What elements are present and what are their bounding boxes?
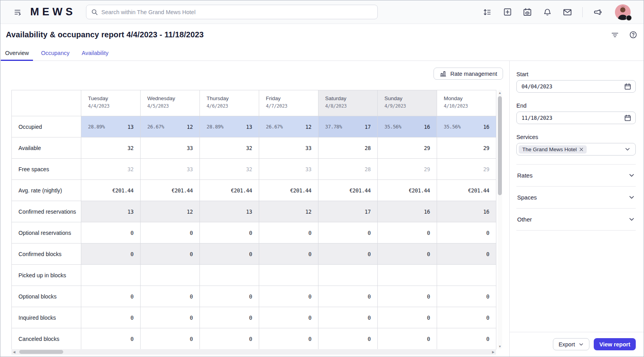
rate-management-label: Rate management bbox=[450, 71, 497, 77]
column-date: 4/6/2023 bbox=[207, 103, 252, 109]
value-cell: 28 bbox=[318, 159, 378, 180]
value-cell: 29 bbox=[437, 137, 496, 159]
scroll-right-arrow[interactable]: ▶ bbox=[490, 349, 496, 355]
sidebar-footer: Export View report bbox=[510, 332, 644, 357]
table-row: Optional reservations0000000 bbox=[12, 222, 496, 243]
value-cell: 0 bbox=[378, 243, 437, 265]
value-cell: €201.44 bbox=[378, 180, 437, 201]
occupancy-count: 16 bbox=[424, 124, 430, 130]
search-input[interactable] bbox=[101, 9, 373, 15]
row-label: Canceled blocks bbox=[12, 328, 81, 350]
scroll-down-arrow[interactable]: ▼ bbox=[498, 344, 502, 349]
help-icon[interactable] bbox=[628, 30, 638, 40]
column-day-name: Wednesday bbox=[147, 95, 193, 101]
value-cell: 28 bbox=[318, 137, 378, 159]
remove-service-icon[interactable] bbox=[580, 148, 583, 151]
value-cell: 0 bbox=[318, 222, 378, 243]
filter-icon[interactable] bbox=[610, 30, 620, 40]
value-cell: 12 bbox=[141, 201, 200, 222]
sort-icon[interactable] bbox=[482, 7, 492, 17]
value-cell: 32 bbox=[200, 159, 259, 180]
column-header-sunday: Sunday4/9/2023 bbox=[378, 90, 437, 116]
tab-occupancy[interactable]: Occupancy bbox=[40, 46, 70, 60]
export-button[interactable]: Export bbox=[553, 338, 589, 350]
calendar-icon[interactable] bbox=[624, 114, 631, 122]
value-cell: 0 bbox=[81, 328, 141, 350]
value-cell bbox=[437, 265, 496, 286]
value-cell bbox=[318, 265, 378, 286]
create-new-icon[interactable] bbox=[502, 7, 512, 17]
value-cell: 0 bbox=[200, 222, 259, 243]
occupied-cell: 35.56%16 bbox=[437, 116, 496, 137]
page-title: Availability & occupancy report 4/4/2023… bbox=[6, 30, 204, 39]
column-date: 4/8/2023 bbox=[325, 103, 371, 109]
value-cell: 0 bbox=[437, 286, 496, 307]
start-date-input[interactable]: 04/04/2023 bbox=[516, 80, 636, 93]
horizontal-scrollbar[interactable]: ◀ ▶ bbox=[11, 349, 496, 355]
announcements-icon[interactable] bbox=[593, 7, 603, 17]
value-cell: 0 bbox=[200, 328, 259, 350]
topbar-actions bbox=[482, 4, 631, 20]
table-row: Confirmed blocks0000000 bbox=[12, 243, 496, 265]
value-cell: €201.44 bbox=[259, 180, 318, 201]
column-day-name: Thursday bbox=[207, 95, 252, 101]
occupancy-percent: 28.89% bbox=[207, 124, 223, 130]
value-cell: 0 bbox=[141, 307, 200, 328]
value-cell: 16 bbox=[437, 201, 496, 222]
value-cell: 33 bbox=[141, 137, 200, 159]
column-date: 4/4/2023 bbox=[88, 103, 134, 109]
vertical-scrollbar[interactable]: ▲ ▼ bbox=[498, 90, 502, 349]
tab-overview[interactable]: Overview bbox=[4, 46, 29, 60]
bar-chart-icon bbox=[439, 70, 447, 77]
row-label: Optional reservations bbox=[12, 222, 81, 243]
tab-availability[interactable]: Availability bbox=[81, 46, 109, 60]
notifications-icon[interactable] bbox=[542, 7, 553, 17]
end-date-input[interactable]: 11/18/2023 bbox=[516, 112, 636, 124]
value-cell: 0 bbox=[259, 222, 318, 243]
filter-sections: RatesSpacesOther bbox=[516, 164, 636, 231]
column-header-tuesday: Tuesday4/4/2023 bbox=[81, 90, 141, 116]
value-cell: 0 bbox=[81, 286, 141, 307]
occupancy-count: 17 bbox=[365, 124, 371, 130]
row-label: Optional blocks bbox=[12, 286, 81, 307]
value-cell: €201.44 bbox=[318, 180, 378, 201]
messages-icon[interactable] bbox=[562, 7, 573, 17]
end-label: End bbox=[516, 103, 636, 109]
report-header: Availability & occupancy report 4/4/2023… bbox=[0, 24, 644, 46]
table-corner-cell bbox=[12, 90, 81, 116]
calendar-view-icon[interactable] bbox=[522, 7, 532, 17]
rate-management-button[interactable]: Rate management bbox=[434, 68, 503, 80]
section-spaces[interactable]: Spaces bbox=[516, 187, 636, 209]
occupancy-count: 13 bbox=[128, 124, 134, 130]
services-label: Services bbox=[516, 134, 636, 140]
value-cell: €201.44 bbox=[200, 180, 259, 201]
occupancy-percent: 26.67% bbox=[266, 124, 283, 130]
table-row: Inquired blocks0000000 bbox=[12, 307, 496, 328]
row-label: Occupied bbox=[12, 116, 81, 137]
horizontal-scrollbar-thumb[interactable] bbox=[19, 350, 63, 354]
value-cell: 13 bbox=[200, 201, 259, 222]
scroll-up-arrow[interactable]: ▲ bbox=[498, 90, 502, 95]
value-cell: 32 bbox=[200, 137, 259, 159]
calendar-icon[interactable] bbox=[624, 83, 631, 90]
value-cell: €201.44 bbox=[437, 180, 496, 201]
avatar[interactable] bbox=[615, 4, 631, 20]
collapse-menu-icon[interactable] bbox=[12, 6, 24, 18]
column-header-monday: Monday4/10/2023 bbox=[437, 90, 496, 116]
row-label: Inquired blocks bbox=[12, 307, 81, 328]
value-cell: 33 bbox=[259, 137, 318, 159]
section-rates[interactable]: Rates bbox=[516, 165, 636, 187]
table-row: Picked up in blocks bbox=[12, 265, 496, 286]
scroll-left-arrow[interactable]: ◀ bbox=[11, 349, 17, 355]
section-other[interactable]: Other bbox=[516, 209, 636, 231]
occupancy-count: 16 bbox=[483, 124, 489, 130]
section-label: Other bbox=[517, 216, 532, 223]
column-day-name: Saturday bbox=[325, 95, 371, 101]
row-label: Picked up in blocks bbox=[12, 265, 81, 286]
view-report-button[interactable]: View report bbox=[594, 338, 636, 350]
section-label: Rates bbox=[517, 172, 532, 179]
mews-logo[interactable]: MEWS bbox=[30, 6, 76, 18]
services-select[interactable]: The Grand Mews Hotel bbox=[516, 143, 636, 156]
value-cell: 32 bbox=[81, 137, 141, 159]
vertical-scrollbar-thumb[interactable] bbox=[498, 96, 502, 195]
